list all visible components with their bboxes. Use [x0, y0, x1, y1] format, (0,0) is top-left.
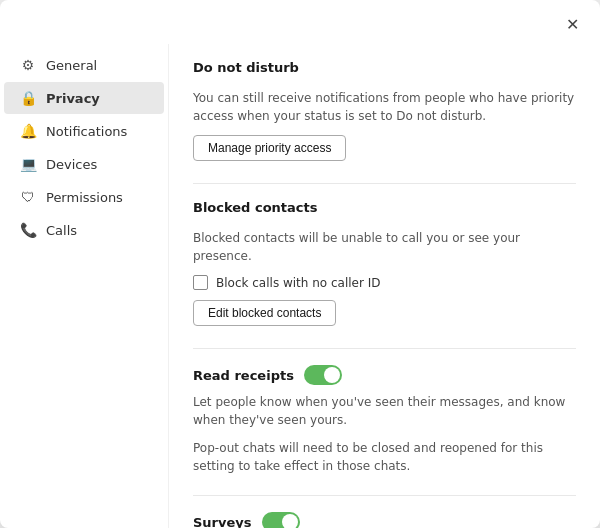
- sidebar-item-notifications[interactable]: 🔔Notifications: [4, 115, 164, 147]
- section-read-receipts: Read receiptsLet people know when you've…: [193, 365, 576, 475]
- sidebar-item-label-general: General: [46, 58, 97, 73]
- sidebar-item-label-calls: Calls: [46, 223, 77, 238]
- do-not-disturb-button[interactable]: Manage priority access: [193, 135, 346, 161]
- surveys-title-row: Surveys: [193, 512, 576, 528]
- section-surveys: SurveysParticipate in surveys from Micro…: [193, 512, 576, 528]
- sidebar-item-general[interactable]: ⚙General: [4, 49, 164, 81]
- section-blocked-contacts: Blocked contactsBlocked contacts will be…: [193, 200, 576, 328]
- titlebar: ✕: [0, 0, 600, 44]
- sidebar-item-permissions[interactable]: 🛡Permissions: [4, 181, 164, 213]
- settings-window: ✕ ⚙General🔒Privacy🔔Notifications💻Devices…: [0, 0, 600, 528]
- blocked-contacts-checkbox-label: Block calls with no caller ID: [216, 276, 381, 290]
- read-receipts-title-row: Read receipts: [193, 365, 576, 385]
- sidebar-item-label-devices: Devices: [46, 157, 97, 172]
- privacy-icon: 🔒: [20, 90, 36, 106]
- do-not-disturb-title-row: Do not disturb: [193, 60, 576, 81]
- section-do-not-disturb: Do not disturbYou can still receive noti…: [193, 60, 576, 163]
- close-button[interactable]: ✕: [560, 12, 584, 36]
- read-receipts-toggle[interactable]: [304, 365, 342, 385]
- divider-3: [193, 495, 576, 496]
- blocked-contacts-title: Blocked contacts: [193, 200, 317, 215]
- sidebar-item-label-privacy: Privacy: [46, 91, 100, 106]
- divider-2: [193, 348, 576, 349]
- do-not-disturb-title: Do not disturb: [193, 60, 299, 75]
- do-not-disturb-description: You can still receive notifications from…: [193, 89, 576, 125]
- blocked-contacts-description: Blocked contacts will be unable to call …: [193, 229, 576, 265]
- read-receipts-title: Read receipts: [193, 368, 294, 383]
- sidebar-item-calls[interactable]: 📞Calls: [4, 214, 164, 246]
- read-receipts-description1: Let people know when you've seen their m…: [193, 393, 576, 429]
- blocked-contacts-button[interactable]: Edit blocked contacts: [193, 300, 336, 326]
- surveys-toggle[interactable]: [262, 512, 300, 528]
- sidebar-item-label-permissions: Permissions: [46, 190, 123, 205]
- sidebar: ⚙General🔒Privacy🔔Notifications💻Devices🛡P…: [0, 44, 168, 528]
- devices-icon: 💻: [20, 156, 36, 172]
- main-content: Do not disturbYou can still receive noti…: [168, 44, 600, 528]
- sidebar-item-label-notifications: Notifications: [46, 124, 127, 139]
- content-area: ⚙General🔒Privacy🔔Notifications💻Devices🛡P…: [0, 44, 600, 528]
- surveys-title: Surveys: [193, 515, 252, 529]
- blocked-contacts-checkbox-row: Block calls with no caller ID: [193, 275, 576, 290]
- notifications-icon: 🔔: [20, 123, 36, 139]
- divider-1: [193, 183, 576, 184]
- general-icon: ⚙: [20, 57, 36, 73]
- sidebar-item-devices[interactable]: 💻Devices: [4, 148, 164, 180]
- read-receipts-description2: Pop-out chats will need to be closed and…: [193, 439, 576, 475]
- blocked-contacts-title-row: Blocked contacts: [193, 200, 576, 221]
- blocked-contacts-checkbox[interactable]: [193, 275, 208, 290]
- calls-icon: 📞: [20, 222, 36, 238]
- permissions-icon: 🛡: [20, 189, 36, 205]
- sidebar-item-privacy[interactable]: 🔒Privacy: [4, 82, 164, 114]
